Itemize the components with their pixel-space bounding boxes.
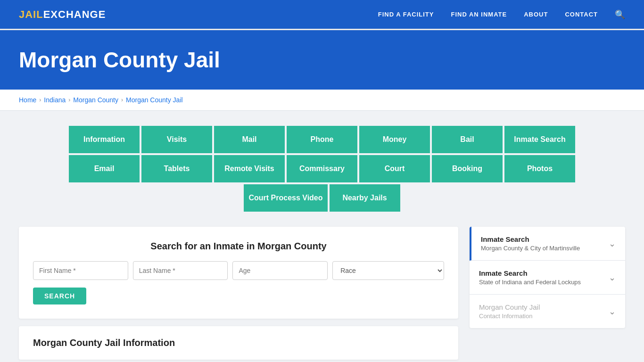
search-box: Search for an Inmate in Morgan County Ra… <box>19 227 458 319</box>
age-input[interactable] <box>232 261 328 280</box>
chevron-down-icon-1: ⌄ <box>609 272 616 283</box>
btn-email[interactable]: Email <box>68 154 140 183</box>
btn-booking[interactable]: Booking <box>431 154 504 183</box>
sidebar-item-2[interactable]: Morgan County Jail Contact Information ⌄ <box>470 295 625 328</box>
sidebar-item-2-title: Morgan County Jail <box>479 303 540 311</box>
btn-photos[interactable]: Photos <box>504 154 576 183</box>
last-name-input[interactable] <box>133 261 228 280</box>
breadcrumb-bar: Home › Indiana › Morgan County › Morgan … <box>0 90 644 111</box>
race-select[interactable]: Race White Black Hispanic Asian Other <box>332 261 444 280</box>
btn-row-1: Information Visits Mail Phone Money Bail… <box>68 125 576 154</box>
logo-exchange: EXCHANGE <box>43 8 106 20</box>
first-name-input[interactable] <box>33 261 128 280</box>
sidebar-item-0-subtitle: Morgan County & City of Martinsville <box>481 245 580 252</box>
info-section: Morgan County Jail Information <box>19 326 458 360</box>
page-title: Morgan County Jail <box>19 47 625 73</box>
sidebar-item-1-subtitle: State of Indiana and Federal Lockups <box>479 279 581 286</box>
main-area: Information Visits Mail Phone Money Bail… <box>0 111 644 362</box>
btn-money[interactable]: Money <box>358 125 431 154</box>
btn-nearby-jails[interactable]: Nearby Jails <box>329 183 401 213</box>
logo-jail: JAIL <box>19 8 43 20</box>
sidebar-item-2-text: Morgan County Jail Contact Information <box>479 303 540 320</box>
btn-inmate-search[interactable]: Inmate Search <box>504 125 576 154</box>
nav-find-inmate[interactable]: FIND AN INMATE <box>451 11 507 18</box>
chevron-down-icon-2: ⌄ <box>609 306 616 317</box>
btn-phone[interactable]: Phone <box>286 125 358 154</box>
btn-visits[interactable]: Visits <box>140 125 213 154</box>
breadcrumb-current: Morgan County Jail <box>126 96 183 104</box>
btn-court[interactable]: Court <box>358 154 431 183</box>
btn-tablets[interactable]: Tablets <box>140 154 213 183</box>
btn-information[interactable]: Information <box>68 125 140 154</box>
buttons-section: Information Visits Mail Phone Money Bail… <box>19 125 625 213</box>
btn-remote-visits[interactable]: Remote Visits <box>213 154 286 183</box>
sidebar-item-1[interactable]: Inmate Search State of Indiana and Feder… <box>470 261 625 295</box>
sidebar-item-1-text: Inmate Search State of Indiana and Feder… <box>479 269 581 286</box>
btn-row-2: Email Tablets Remote Visits Commissary C… <box>68 154 576 183</box>
sidebar-item-0-text: Inmate Search Morgan County & City of Ma… <box>481 235 580 252</box>
btn-row-3: Court Process Video Nearby Jails <box>243 183 401 213</box>
breadcrumb-sep-2: › <box>68 97 70 103</box>
nav-contact[interactable]: CONTACT <box>565 11 598 18</box>
btn-court-process-video[interactable]: Court Process Video <box>243 183 328 213</box>
sidebar-item-1-title: Inmate Search <box>479 269 581 277</box>
btn-bail[interactable]: Bail <box>431 125 504 154</box>
breadcrumb: Home › Indiana › Morgan County › Morgan … <box>19 96 625 104</box>
search-heading: Search for an Inmate in Morgan County <box>33 241 444 252</box>
sidebar-item-0[interactable]: Inmate Search Morgan County & City of Ma… <box>470 227 625 261</box>
search-icon[interactable]: 🔍 <box>615 9 625 20</box>
hero-section: Morgan County Jail <box>0 30 644 90</box>
info-heading: Morgan County Jail Information <box>33 337 444 348</box>
breadcrumb-morgan-county[interactable]: Morgan County <box>73 96 118 104</box>
search-fields: Race White Black Hispanic Asian Other <box>33 261 444 280</box>
btn-commissary[interactable]: Commissary <box>286 154 358 183</box>
breadcrumb-home[interactable]: Home <box>19 96 36 104</box>
left-panel: Search for an Inmate in Morgan County Ra… <box>19 227 458 360</box>
search-button[interactable]: SEARCH <box>33 288 86 304</box>
breadcrumb-indiana[interactable]: Indiana <box>44 96 66 104</box>
right-panel: Inmate Search Morgan County & City of Ma… <box>470 227 625 328</box>
breadcrumb-sep-3: › <box>121 97 123 103</box>
navbar: JAILEXCHANGE FIND A FACILITY FIND AN INM… <box>0 0 644 30</box>
nav-links: FIND A FACILITY FIND AN INMATE ABOUT CON… <box>378 9 625 20</box>
sidebar-item-0-title: Inmate Search <box>481 235 580 243</box>
breadcrumb-sep-1: › <box>39 97 41 103</box>
chevron-down-icon-0: ⌄ <box>609 239 616 249</box>
btn-mail[interactable]: Mail <box>213 125 286 154</box>
content-split: Search for an Inmate in Morgan County Ra… <box>19 227 625 360</box>
sidebar-item-2-subtitle: Contact Information <box>479 313 540 320</box>
nav-find-facility[interactable]: FIND A FACILITY <box>378 11 434 18</box>
nav-about[interactable]: ABOUT <box>524 11 548 18</box>
logo[interactable]: JAILEXCHANGE <box>19 8 106 21</box>
